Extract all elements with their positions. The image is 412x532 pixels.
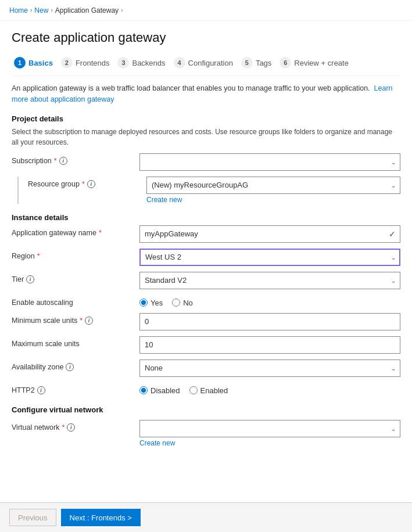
min-scale-info-icon[interactable]: i	[85, 317, 93, 325]
project-details-desc: Select the subscription to manage deploy…	[12, 127, 400, 148]
step-review-create[interactable]: 6 Review + create	[277, 55, 354, 71]
region-row: Region * West US 2 ⌄	[12, 249, 400, 266]
step-label-basics: Basics	[28, 59, 53, 67]
autoscaling-row: Enable autoscaling Yes No	[12, 295, 400, 307]
virtual-network-select[interactable]	[139, 420, 400, 437]
page-title: Create application gateway	[12, 30, 400, 45]
virtual-network-control: ⌄ Create new	[139, 420, 400, 447]
step-num-6: 6	[280, 57, 291, 69]
http2-disabled-text: Disabled	[151, 386, 180, 395]
breadcrumb-sep2: ›	[51, 7, 52, 13]
step-num-2: 2	[61, 57, 73, 69]
max-scale-label: Maximum scale units	[12, 336, 139, 348]
breadcrumb-new[interactable]: New	[34, 6, 48, 15]
step-configuration[interactable]: 4 Configuration	[171, 55, 239, 71]
step-num-5: 5	[241, 57, 253, 69]
autoscaling-radio-group: Yes No	[139, 295, 400, 307]
resource-group-control: (New) myResourceGroupAG ⌄ Create new	[146, 177, 400, 204]
breadcrumb-home[interactable]: Home	[9, 6, 28, 15]
autoscaling-no-text: No	[183, 299, 193, 307]
step-label-review: Review + create	[294, 59, 349, 67]
http2-control: Disabled Enabled	[139, 383, 400, 395]
region-label: Region *	[12, 249, 139, 260]
region-select-wrap: West US 2 ⌄	[139, 249, 400, 266]
avail-zone-select-wrap: None ⌄	[139, 360, 400, 377]
resource-group-required: *	[82, 180, 85, 188]
tier-select[interactable]: Standard V2	[139, 272, 400, 289]
autoscaling-no-radio[interactable]	[172, 299, 180, 307]
step-frontends[interactable]: 2 Frontends	[59, 55, 116, 71]
autoscaling-label: Enable autoscaling	[12, 295, 139, 307]
http2-info-icon[interactable]: i	[37, 386, 45, 394]
autoscaling-control: Yes No	[139, 295, 400, 307]
tier-label: Tier i	[12, 272, 139, 283]
vnet-required: *	[62, 423, 65, 432]
vnet-select-wrap: ⌄	[139, 420, 400, 437]
info-description: An application gateway is a web traffic …	[12, 83, 400, 105]
steps-nav: 1 Basics 2 Frontends 3 Backends 4 Config…	[12, 55, 400, 76]
availability-zone-row: Availability zone i None ⌄	[12, 360, 400, 377]
autoscaling-yes-text: Yes	[151, 299, 163, 307]
project-details-title: Project details	[12, 114, 400, 123]
availability-zone-label: Availability zone i	[12, 360, 139, 371]
autoscaling-yes-radio[interactable]	[139, 299, 148, 307]
step-label-backends: Backends	[132, 59, 165, 67]
tier-row: Tier i Standard V2 ⌄	[12, 272, 400, 289]
min-scale-control	[139, 313, 400, 330]
vnet-create-new[interactable]: Create new	[139, 439, 175, 447]
configure-vnet-title: Configure virtual network	[12, 405, 400, 414]
region-required: *	[37, 252, 40, 260]
subscription-control: ⌄	[139, 153, 400, 171]
resource-group-select[interactable]: (New) myResourceGroupAG	[146, 177, 400, 194]
app-gateway-name-input[interactable]	[139, 225, 400, 243]
name-required: *	[99, 229, 102, 237]
breadcrumb: Home › New › Application Gateway ›	[9, 6, 123, 15]
app-gateway-name-wrap: ✓	[139, 225, 400, 243]
step-backends[interactable]: 3 Backends	[115, 55, 171, 71]
step-num-3: 3	[117, 57, 129, 69]
subscription-required: *	[54, 157, 57, 165]
subscription-select-wrap: ⌄	[139, 153, 400, 171]
max-scale-input[interactable]	[139, 336, 400, 354]
autoscaling-no-label[interactable]: No	[172, 299, 193, 307]
app-gateway-name-row: Application gateway name * ✓	[12, 225, 400, 243]
min-scale-row: Minimum scale units * i	[12, 313, 400, 330]
next-button[interactable]: Next : Frontends >	[61, 509, 141, 526]
region-select[interactable]: West US 2	[139, 249, 400, 266]
step-label-frontends: Frontends	[76, 59, 110, 67]
http2-enabled-radio[interactable]	[189, 386, 198, 394]
http2-row: HTTP2 i Disabled Enabled	[12, 383, 400, 395]
tier-control: Standard V2 ⌄	[139, 272, 400, 289]
resource-group-create-new[interactable]: Create new	[146, 196, 182, 204]
subscription-select[interactable]	[139, 153, 400, 171]
resource-group-info-icon[interactable]: i	[87, 180, 95, 188]
min-scale-required: *	[80, 317, 83, 325]
step-label-configuration: Configuration	[188, 59, 233, 67]
http2-enabled-label[interactable]: Enabled	[189, 386, 228, 395]
tier-info-icon[interactable]: i	[26, 275, 34, 283]
step-tags[interactable]: 5 Tags	[239, 55, 277, 71]
resource-group-label: Resource group * i	[19, 177, 146, 188]
previous-button[interactable]: Previous	[9, 509, 56, 526]
min-scale-input[interactable]	[139, 313, 400, 330]
max-scale-control	[139, 336, 400, 354]
vnet-info-icon[interactable]: i	[67, 423, 75, 432]
avail-zone-info-icon[interactable]: i	[66, 363, 74, 371]
autoscaling-yes-label[interactable]: Yes	[139, 299, 163, 307]
app-gateway-name-control: ✓	[139, 225, 400, 243]
http2-enabled-text: Enabled	[200, 386, 228, 395]
instance-details-title: Instance details	[12, 213, 400, 222]
http2-disabled-radio[interactable]	[139, 386, 148, 394]
availability-zone-select[interactable]: None	[139, 360, 400, 377]
step-num-4: 4	[174, 57, 185, 69]
http2-disabled-label[interactable]: Disabled	[139, 386, 180, 395]
virtual-network-label: Virtual network * i	[12, 420, 139, 432]
resource-group-row: Resource group * i (New) myResourceGroup…	[17, 177, 400, 204]
http2-radio-group: Disabled Enabled	[139, 383, 400, 395]
availability-zone-control: None ⌄	[139, 360, 400, 377]
step-basics[interactable]: 1 Basics	[12, 55, 59, 71]
subscription-info-icon[interactable]: i	[59, 157, 67, 165]
virtual-network-row: Virtual network * i ⌄ Create new	[12, 420, 400, 447]
resource-group-select-wrap: (New) myResourceGroupAG ⌄	[146, 177, 400, 194]
subscription-label: Subscription * i	[12, 153, 139, 165]
